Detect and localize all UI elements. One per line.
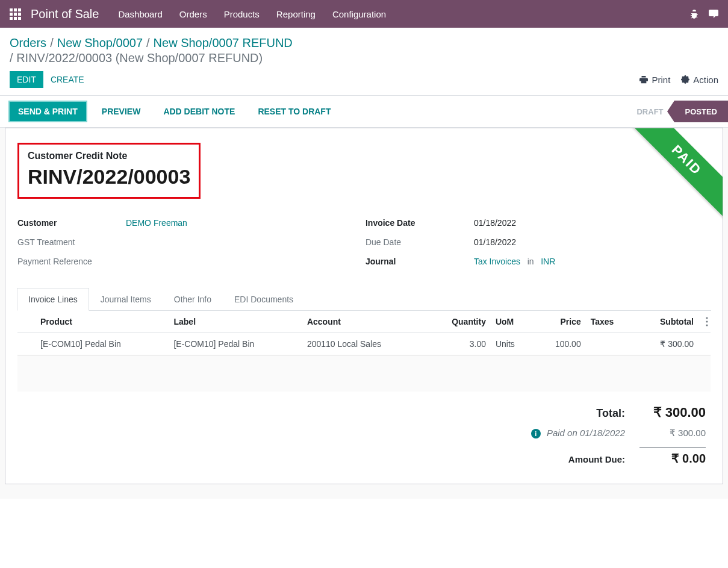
preview-button[interactable]: Preview: [95, 103, 148, 120]
customer-label: Customer: [17, 218, 126, 228]
tab-other-info[interactable]: Other Info: [163, 288, 223, 311]
nav-orders[interactable]: Orders: [179, 9, 207, 19]
th-account[interactable]: Account: [302, 311, 426, 333]
action-button[interactable]: Action: [681, 75, 718, 85]
reset-to-draft-button[interactable]: Reset to Draft: [250, 103, 338, 120]
invoice-date-label: Invoice Date: [366, 218, 474, 228]
table-row[interactable]: [E-COM10] Pedal Bin [E-COM10] Pedal Bin …: [17, 333, 711, 355]
print-button[interactable]: Print: [639, 75, 670, 85]
credit-note-label: Customer Credit Note: [28, 151, 190, 161]
nav-items: Dashboard Orders Products Reporting Conf…: [118, 9, 386, 19]
columns-menu-icon[interactable]: [706, 317, 708, 328]
svg-point-2: [706, 325, 708, 326]
th-quantity[interactable]: Quantity: [426, 311, 491, 333]
amount-due-value: ₹ 0.00: [639, 447, 706, 466]
th-uom[interactable]: UoM: [491, 311, 534, 333]
nav-reporting[interactable]: Reporting: [276, 9, 316, 19]
total-label: Total:: [596, 407, 625, 420]
kebab-icon: [706, 317, 708, 326]
invoice-lines-table: Product Label Account Quantity UoM Price…: [17, 311, 711, 355]
tab-edi-documents[interactable]: EDI Documents: [223, 288, 305, 311]
customer-value[interactable]: DEMO Freeman: [126, 218, 187, 228]
cell-uom: Units: [491, 333, 534, 355]
th-price[interactable]: Price: [534, 311, 586, 333]
th-taxes[interactable]: Taxes: [586, 311, 635, 333]
svg-point-1: [706, 321, 708, 323]
nav-dashboard[interactable]: Dashboard: [118, 9, 162, 19]
breadcrumb-orders[interactable]: Orders: [10, 36, 46, 50]
th-product[interactable]: Product: [36, 311, 169, 333]
breadcrumb-shop[interactable]: New Shop/0007: [57, 36, 143, 50]
print-icon: [639, 75, 648, 84]
cell-quantity: 3.00: [426, 333, 491, 355]
cell-label: [E-COM10] Pedal Bin: [169, 333, 302, 355]
breadcrumb-sep: /: [146, 36, 150, 50]
app-brand[interactable]: Point of Sale: [31, 7, 99, 21]
cell-price: 100.00: [534, 333, 586, 355]
nav-products[interactable]: Products: [224, 9, 260, 19]
journal-value[interactable]: Tax Invoices: [474, 257, 520, 266]
add-debit-note-button[interactable]: Add Debit Note: [156, 103, 242, 120]
statusbar: Send & Print Preview Add Debit Note Rese…: [0, 96, 728, 128]
due-date-label: Due Date: [366, 237, 474, 247]
breadcrumb-sep: /: [50, 36, 54, 50]
svg-point-0: [706, 317, 708, 319]
totals: Total: ₹ 300.00 i Paid on 01/18/2022 ₹ 3…: [17, 392, 711, 469]
top-nav: Point of Sale Dashboard Orders Products …: [0, 0, 728, 28]
edit-button[interactable]: Edit: [10, 71, 43, 88]
cell-subtotal: ₹ 300.00: [635, 333, 699, 355]
cell-account: 200110 Local Sales: [302, 333, 426, 355]
gst-treatment-label: GST Treatment: [17, 237, 126, 247]
journal-currency[interactable]: INR: [541, 257, 555, 266]
nav-configuration[interactable]: Configuration: [332, 9, 386, 19]
form-sheet: PAID Customer Credit Note RINV/2022/0000…: [5, 128, 723, 484]
lines-footer-blank: [17, 355, 711, 392]
paid-on-value: ₹ 300.00: [639, 428, 706, 438]
apps-icon[interactable]: [10, 8, 21, 20]
breadcrumb-current: / RINV/2022/00003 (New Shop/0007 REFUND): [10, 51, 263, 65]
breadcrumb: Orders / New Shop/0007 / New Shop/0007 R…: [0, 28, 728, 50]
tab-invoice-lines[interactable]: Invoice Lines: [17, 288, 89, 311]
create-button[interactable]: Create: [43, 71, 92, 88]
total-value: ₹ 300.00: [639, 405, 706, 420]
cell-taxes: [586, 333, 635, 355]
paid-on-label[interactable]: i Paid on 01/18/2022: [531, 428, 625, 438]
breadcrumb-refund[interactable]: New Shop/0007 REFUND: [154, 36, 293, 50]
control-panel: Edit Create Print Action: [0, 65, 728, 96]
chat-icon[interactable]: [709, 9, 718, 19]
bug-icon[interactable]: [689, 9, 699, 19]
status-stages: DRAFT POSTED: [626, 101, 728, 122]
status-posted[interactable]: POSTED: [674, 101, 728, 122]
journal-in: in: [527, 257, 534, 266]
info-icon: i: [531, 429, 541, 438]
tab-journal-items[interactable]: Journal Items: [89, 288, 163, 311]
journal-label: Journal: [366, 257, 474, 266]
credit-note-number: RINV/2022/00003: [28, 165, 190, 189]
breadcrumb-current-row: / RINV/2022/00003 (New Shop/0007 REFUND): [0, 50, 728, 65]
cell-product: [E-COM10] Pedal Bin: [36, 333, 169, 355]
th-subtotal[interactable]: Subtotal: [635, 311, 699, 333]
gear-icon: [681, 75, 689, 84]
amount-due-label: Amount Due:: [568, 454, 625, 464]
due-date-value: 01/18/2022: [474, 237, 516, 247]
tabs: Invoice Lines Journal Items Other Info E…: [17, 288, 711, 311]
title-block: Customer Credit Note RINV/2022/00003: [17, 143, 201, 199]
send-print-button[interactable]: Send & Print: [10, 102, 86, 121]
th-label[interactable]: Label: [169, 311, 302, 333]
invoice-date-value: 01/18/2022: [474, 218, 516, 228]
payment-reference-label: Payment Reference: [17, 257, 126, 266]
